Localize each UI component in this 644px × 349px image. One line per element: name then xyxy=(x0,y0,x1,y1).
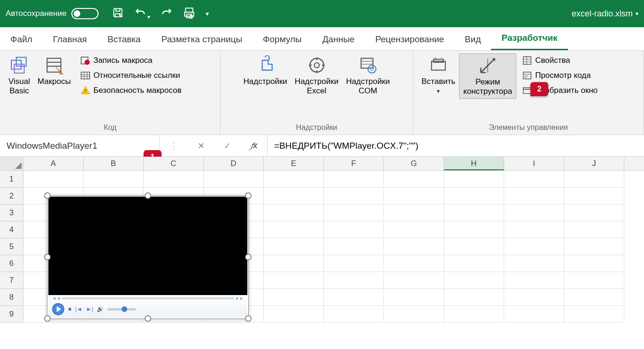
cell[interactable] xyxy=(23,171,84,188)
filename-label[interactable]: excel-radio.xlsm ▾ xyxy=(572,9,638,19)
cell[interactable] xyxy=(204,171,264,188)
volume-slider[interactable] xyxy=(107,308,136,311)
cell[interactable] xyxy=(504,238,564,255)
cell[interactable] xyxy=(264,272,324,289)
row-header[interactable]: 7 xyxy=(0,272,23,289)
tab-file[interactable]: Файл xyxy=(0,29,43,50)
cell[interactable] xyxy=(324,306,384,323)
resize-handle[interactable] xyxy=(44,192,51,199)
tab-insert[interactable]: Вставка xyxy=(97,29,151,50)
cell[interactable] xyxy=(324,272,384,289)
cell[interactable] xyxy=(444,171,504,188)
col-header[interactable]: E xyxy=(264,157,324,170)
cell[interactable] xyxy=(384,221,444,238)
cell[interactable] xyxy=(444,238,504,255)
tab-view[interactable]: Вид xyxy=(454,29,491,50)
cell[interactable] xyxy=(384,188,444,205)
autosave-toggle[interactable]: Автосохранение xyxy=(6,8,99,19)
tab-formulas[interactable]: Формулы xyxy=(253,29,312,50)
col-header[interactable]: H xyxy=(444,157,504,170)
windows-media-player-object[interactable]: ◄◄►► ■ |◄ ►| 🔊 xyxy=(47,195,249,319)
next-icon[interactable]: ►| xyxy=(86,306,93,312)
resize-handle[interactable] xyxy=(245,254,252,260)
cell[interactable] xyxy=(444,255,504,272)
cell[interactable] xyxy=(264,171,324,188)
tab-home[interactable]: Главная xyxy=(43,29,97,50)
addins-button[interactable]: Надстройки xyxy=(240,53,291,88)
cell[interactable] xyxy=(264,255,324,272)
cell[interactable] xyxy=(564,205,624,221)
cell[interactable] xyxy=(324,289,384,306)
cell[interactable] xyxy=(324,238,384,255)
col-header[interactable]: A xyxy=(23,157,84,170)
qat-customize-icon[interactable]: ▾ xyxy=(206,10,209,17)
select-all-corner[interactable] xyxy=(0,157,23,170)
resize-handle[interactable] xyxy=(44,315,51,322)
row-header[interactable]: 6 xyxy=(0,255,23,272)
view-code-button[interactable]: Просмотр кода xyxy=(519,68,600,83)
col-header[interactable]: C xyxy=(144,157,204,170)
cell[interactable] xyxy=(444,221,504,238)
record-macro-button[interactable]: Запись макроса xyxy=(77,53,184,68)
save-icon[interactable] xyxy=(112,7,124,21)
cell[interactable] xyxy=(384,289,444,306)
redo-icon[interactable] xyxy=(161,7,173,21)
namebox-dropdown-icon[interactable]: ⋮ xyxy=(165,139,183,153)
cell[interactable] xyxy=(324,188,384,205)
col-header[interactable]: B xyxy=(84,157,144,170)
cell[interactable] xyxy=(84,171,144,188)
cell[interactable] xyxy=(564,171,624,188)
print-preview-icon[interactable] xyxy=(183,7,195,21)
excel-addins-button[interactable]: Надстройки Excel xyxy=(291,53,342,98)
row-header[interactable]: 8 xyxy=(0,289,23,306)
formula-input[interactable]: =ВНЕДРИТЬ("WMPlayer.OCX.7";"") xyxy=(268,141,644,151)
cell[interactable] xyxy=(504,306,564,323)
col-header[interactable]: I xyxy=(504,157,564,170)
resize-handle[interactable] xyxy=(245,315,252,322)
cell[interactable] xyxy=(504,188,564,205)
com-addins-button[interactable]: Надстройки COM xyxy=(342,53,393,98)
cell[interactable] xyxy=(564,306,624,323)
tab-review[interactable]: Рецензирование xyxy=(365,29,454,50)
col-header[interactable]: D xyxy=(204,157,264,170)
fx-icon[interactable]: 𝑓x xyxy=(246,139,262,152)
cell[interactable] xyxy=(384,205,444,221)
cell[interactable] xyxy=(384,171,444,188)
col-header[interactable]: J xyxy=(564,157,624,170)
cell[interactable] xyxy=(564,255,624,272)
properties-button[interactable]: Свойства xyxy=(519,53,600,68)
cell[interactable] xyxy=(564,272,624,289)
visual-basic-button[interactable]: Visual Basic xyxy=(5,53,34,98)
cell[interactable] xyxy=(384,272,444,289)
relative-refs-button[interactable]: Относительные ссылки xyxy=(77,68,184,83)
cell[interactable] xyxy=(324,221,384,238)
name-box[interactable]: WindowsMediaPlayer1 xyxy=(0,135,160,156)
cell[interactable] xyxy=(504,272,564,289)
cell[interactable] xyxy=(564,238,624,255)
macro-security-button[interactable]: ! Безопасность макросов xyxy=(77,83,184,98)
cell[interactable] xyxy=(264,238,324,255)
cell[interactable] xyxy=(384,255,444,272)
toggle-switch[interactable] xyxy=(71,8,99,19)
design-mode-button[interactable]: Режим конструктора xyxy=(459,53,516,99)
row-header[interactable]: 9 xyxy=(0,306,23,323)
undo-icon[interactable]: ▾ xyxy=(134,7,150,21)
cell[interactable] xyxy=(324,205,384,221)
col-header[interactable]: G xyxy=(384,157,444,170)
resize-handle[interactable] xyxy=(145,315,151,322)
cell[interactable] xyxy=(384,306,444,323)
seek-bar[interactable]: ◄◄►► xyxy=(48,296,247,301)
insert-control-button[interactable]: Вставить ▾ xyxy=(418,53,459,97)
prev-icon[interactable]: |◄ xyxy=(75,306,82,312)
cell[interactable] xyxy=(504,171,564,188)
cell[interactable] xyxy=(504,205,564,221)
cell[interactable] xyxy=(444,272,504,289)
cell[interactable] xyxy=(444,289,504,306)
col-header[interactable]: F xyxy=(324,157,384,170)
cell[interactable] xyxy=(144,171,204,188)
row-header[interactable]: 5 xyxy=(0,238,23,255)
row-header[interactable]: 2 xyxy=(0,188,23,205)
stop-icon[interactable]: ■ xyxy=(68,306,71,312)
cancel-icon[interactable]: ✕ xyxy=(193,139,209,153)
row-header[interactable]: 4 xyxy=(0,221,23,238)
